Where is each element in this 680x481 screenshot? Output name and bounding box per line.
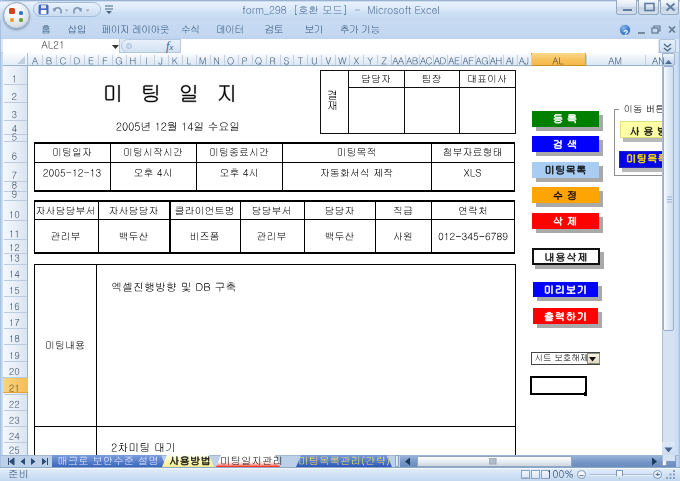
svg-text:?: ?	[623, 28, 628, 38]
